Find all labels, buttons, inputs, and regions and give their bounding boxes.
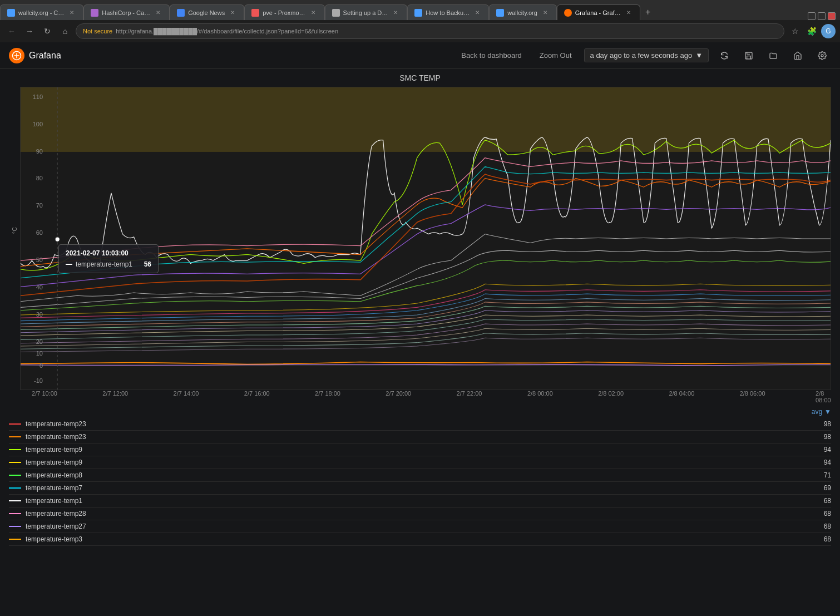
legend-row-6[interactable]: temperature-temp1 68 [9,495,831,507]
legend-name-9: temperature-temp3 [26,535,810,543]
chart-area[interactable]: 2021-02-07 10:03:00 temperature-temp1 56… [20,87,831,390]
folder-button[interactable] [764,47,782,65]
panel-container: SMC TEMP °C [0,69,840,406]
tab-favicon [496,9,504,17]
legend-value-2: 94 [814,446,831,454]
avg-sort-button[interactable]: avg ▼ [812,408,831,416]
tooltip-series-value: 56 [144,260,151,268]
legend-row-8[interactable]: temperature-temp27 68 [9,520,831,533]
tab-close[interactable]: ✕ [67,8,76,17]
x-tick-3: 2/7 16:00 [244,390,270,397]
legend-name-4: temperature-temp8 [26,471,810,479]
profile-button[interactable]: G [821,24,836,38]
tab-setting-up[interactable]: Setting up a D… ✕ [325,4,408,20]
legend-header: avg ▼ [9,406,831,418]
close-window-button[interactable] [828,12,836,20]
tooltip-time: 2021-02-07 10:03:00 [66,249,151,257]
tooltip-series-label: temperature-temp1 [76,260,141,268]
extensions-button[interactable]: 🧩 [804,24,819,38]
legend-value-3: 94 [814,459,831,466]
grafana-title: Grafana [29,51,61,61]
x-tick-2: 2/7 14:00 [174,390,199,397]
avg-label: avg [812,408,822,416]
x-tick-4: 2/7 18:00 [315,390,340,397]
settings-icon [818,51,827,60]
time-range-chevron: ▼ [695,51,703,60]
back-to-dashboard-button[interactable]: Back to dashboard [456,49,527,62]
tab-close[interactable]: ✕ [154,8,162,17]
grafana-header: Grafana Back to dashboard Zoom Out a day… [0,42,840,69]
legend-color-0 [9,423,21,425]
legend-name-8: temperature-temp27 [26,523,810,530]
legend-row-2[interactable]: temperature-temp9 94 [9,443,831,456]
legend-row-9[interactable]: temperature-temp3 68 [9,533,831,546]
legend-value-6: 68 [814,497,831,505]
tab-wallcity-2[interactable]: wallcity.org ✕ [489,4,557,20]
tab-favicon [177,9,185,17]
settings-button[interactable] [813,47,831,65]
tab-pve[interactable]: pve - Proxmo… ✕ [244,4,324,20]
tab-how-to-backup[interactable]: How to Backu… ✕ [407,4,489,20]
tab-close[interactable]: ✕ [624,8,633,17]
x-tick-1: 2/7 12:00 [102,390,128,397]
legend-color-2 [9,449,21,450]
avg-chevron: ▼ [824,408,831,416]
browser-icons: ☆ 🧩 G [788,24,836,38]
refresh-button[interactable] [715,47,733,65]
legend-color-9 [9,539,21,540]
tab-favicon [564,9,572,17]
tab-wallcity-1[interactable]: wallcity.org - C… ✕ [0,4,83,20]
x-tick-11: 2/8 08:00 [816,390,831,403]
save-button[interactable] [740,47,758,65]
home-icon [793,51,802,60]
reload-button[interactable]: ↻ [40,24,55,38]
legend-name-3: temperature-temp9 [26,459,810,466]
legend-row-0[interactable]: temperature-temp23 98 [9,418,831,431]
tab-hashicorp[interactable]: HashiCorp - Ca… ✕ [83,4,170,20]
x-tick-6: 2/7 22:00 [457,390,482,397]
tab-label: Grafana - Graf… [575,9,621,16]
legend-value-5: 69 [814,484,831,492]
home-grafana-button[interactable] [789,47,807,65]
maximize-button[interactable] [818,12,826,20]
minimize-button[interactable] [808,12,816,20]
time-range-picker[interactable]: a day ago to a few seconds ago ▼ [584,48,709,62]
tab-close[interactable]: ✕ [309,8,318,17]
tab-close[interactable]: ✕ [473,8,482,17]
x-tick-7: 2/8 00:00 [527,390,553,397]
x-tick-0: 2/7 10:00 [32,390,57,397]
svg-point-2 [821,55,823,57]
legend-name-6: temperature-temp1 [26,497,810,505]
new-tab-button[interactable]: + [640,4,656,20]
address-bar[interactable]: Not secure http://grafana.██████████/#/d… [76,23,784,39]
address-text: http://grafana.██████████/#/dashboard/fi… [116,28,338,35]
forward-button[interactable]: → [22,24,37,38]
y-axis-label: °C [11,226,18,233]
tab-google-news[interactable]: Google News ✕ [170,4,244,20]
legend-row-7[interactable]: temperature-temp28 68 [9,507,831,520]
tab-close[interactable]: ✕ [541,8,550,17]
legend-value-4: 71 [814,471,831,479]
tab-close[interactable]: ✕ [391,8,400,17]
legend-name-0: temperature-temp23 [26,420,810,428]
legend-row-3[interactable]: temperature-temp9 94 [9,456,831,469]
tab-label: wallcity.org - C… [18,9,64,16]
chart-wrapper: °C [9,87,831,406]
legend-color-7 [9,513,21,514]
grafana-icon [12,51,22,61]
tab-close[interactable]: ✕ [228,8,237,17]
legend-row-4[interactable]: temperature-temp8 71 [9,469,831,482]
tab-label: pve - Proxmo… [263,9,305,16]
zoom-out-button[interactable]: Zoom Out [534,49,577,62]
bookmark-star-button[interactable]: ☆ [788,24,802,38]
legend-value-0: 98 [814,420,831,428]
home-button[interactable]: ⌂ [58,24,72,38]
refresh-icon [720,51,729,60]
grafana-logo: Grafana [9,48,61,63]
back-button[interactable]: ← [4,24,19,38]
tooltip-item: temperature-temp1 56 [66,260,151,268]
legend-row-5[interactable]: temperature-temp7 69 [9,482,831,495]
legend-row-1[interactable]: temperature-temp23 98 [9,431,831,443]
tab-grafana[interactable]: Grafana - Graf… ✕ [557,4,640,20]
legend-color-8 [9,526,21,527]
